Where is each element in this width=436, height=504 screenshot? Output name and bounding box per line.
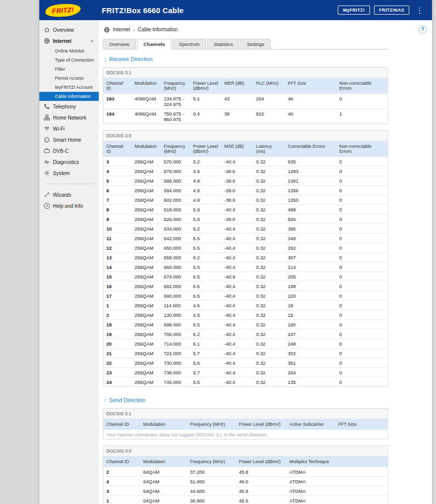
- table-cell: -40.4: [221, 253, 253, 262]
- sidebar-item-help-and-info[interactable]: ? Help and Info: [39, 200, 99, 211]
- table-cell: 256QAM: [132, 310, 161, 320]
- table-cell: 682.000: [161, 282, 190, 291]
- sidebar-subitem-myfritz-account[interactable]: MyFRITZ! Account: [39, 83, 99, 92]
- sidebar-item-system[interactable]: System: [39, 167, 99, 179]
- table-cell: 4: [103, 477, 140, 486]
- sidebar-item-diagnostics[interactable]: Diagnostics: [39, 156, 99, 167]
- sidebar-subitem-cable-information[interactable]: Cable Information: [39, 92, 99, 101]
- kebab-menu-icon[interactable]: ⋮: [413, 7, 426, 14]
- sidebar-subitem-permit-access[interactable]: Permit Access: [39, 74, 99, 83]
- table-row: 1934096QAM134.975 - 324.9755.1432644K0: [103, 94, 388, 109]
- table-cell: 0.32: [253, 368, 285, 377]
- table-cell: 730.000: [161, 358, 190, 368]
- breadcrumb-internet[interactable]: Internet: [113, 27, 130, 32]
- sidebar-item-telephony[interactable]: Telephony: [39, 101, 99, 112]
- tab-overview[interactable]: Overview: [103, 39, 136, 49]
- table-header-row: Channel IDModulationFrequency (MHz)Power…: [103, 457, 388, 467]
- sidebar-item-wifi[interactable]: Wi-Fi: [39, 123, 99, 134]
- table-cell: 37.200: [187, 467, 236, 477]
- fritz-logo[interactable]: FRITZ!: [45, 3, 81, 18]
- table-cell: 594.000: [161, 186, 190, 195]
- sidebar-item-dvbc[interactable]: DVB-C: [39, 145, 99, 156]
- tab-spectrum[interactable]: Spectrum: [172, 39, 206, 49]
- table-cell: 0: [336, 224, 388, 234]
- table-cell: 256QAM: [132, 272, 161, 282]
- table-cell: 602.000: [161, 195, 190, 205]
- table-row: 3256QAM570.0005.2-40.40.328350: [103, 157, 388, 166]
- column-header: FFT Size: [285, 78, 336, 94]
- table-cell: -40.4: [221, 339, 253, 349]
- table-cell: 256QAM: [132, 214, 161, 224]
- column-header: Latency (ms): [253, 141, 285, 157]
- sidebar-item-home-network[interactable]: Home Network: [39, 112, 99, 123]
- sidebar-item-label: Telephony: [53, 104, 76, 109]
- tab-settings[interactable]: Settings: [240, 39, 271, 49]
- table-cell: 256QAM: [132, 329, 161, 339]
- table-cell: 18: [103, 320, 132, 329]
- table-cell: 746.000: [161, 377, 190, 387]
- table-cell: 0.32: [253, 195, 285, 205]
- tab-channels[interactable]: Channels: [137, 39, 172, 49]
- table-cell: 256QAM: [132, 186, 161, 195]
- table-cell: 698.000: [161, 320, 190, 329]
- table-cell: 4.8: [190, 186, 221, 195]
- table-cell: -40.4: [221, 377, 253, 387]
- table-cell: 361: [285, 358, 336, 368]
- table-cell: 0.32: [253, 377, 285, 387]
- section-title: Receive Direction: [109, 56, 153, 62]
- table-cell: 0: [336, 282, 388, 291]
- breadcrumb-cable-information[interactable]: Cable Information: [138, 27, 178, 32]
- table-cell: -40.4: [221, 205, 253, 214]
- table-cell: 4: [103, 166, 132, 176]
- help-button[interactable]: ?: [418, 25, 427, 34]
- table-cell: 64QAM: [140, 477, 187, 486]
- table-cell: 0: [336, 262, 388, 272]
- table-cell: 0.32: [253, 186, 285, 195]
- table-cell: 51.000: [187, 477, 236, 486]
- table-cell: 0.32: [253, 272, 285, 282]
- table-cell: -40.4: [221, 224, 253, 234]
- table-cell: 11: [103, 234, 132, 243]
- sidebar-item-label: Overview: [53, 27, 74, 33]
- table-cell: 0.32: [253, 243, 285, 253]
- column-header: Non-correctable Errors: [336, 78, 388, 94]
- table-cell: 15: [103, 272, 132, 282]
- table-cell: 0.32: [253, 166, 285, 176]
- send-docsis31-group: DOCSIS 3.1 Channel IDModulationFrequency…: [103, 408, 388, 439]
- send-docsis31-table: Channel IDModulationFrequency (MHz)Power…: [103, 419, 388, 439]
- sidebar-item-wizards[interactable]: Wizards: [39, 189, 99, 200]
- sidebar-item-overview[interactable]: Overview: [39, 24, 99, 35]
- tab-statistics[interactable]: Statistics: [207, 39, 239, 49]
- column-header: Channel ID: [103, 457, 140, 467]
- table-cell: 0: [336, 291, 388, 301]
- sidebar-subitem-online-monitor[interactable]: Online Monitor: [39, 46, 99, 55]
- table-cell: 634.000: [161, 224, 190, 234]
- table-cell: 194: [103, 109, 132, 124]
- table-cell: 1283: [285, 166, 336, 176]
- myfritz-button[interactable]: MyFRITZ!: [338, 6, 369, 15]
- breadcrumb: Internet › Cable Information ?: [103, 23, 427, 39]
- table-cell: 247: [285, 329, 336, 339]
- table-cell: 256QAM: [132, 262, 161, 272]
- sidebar-subitem-type-of-connection[interactable]: Type of Connection: [39, 55, 99, 65]
- column-header: Multiplex Technique: [286, 457, 388, 467]
- table-cell: 835: [285, 157, 336, 166]
- sidebar-item-smart-home[interactable]: Smart Home: [39, 134, 99, 145]
- table-cell: 14: [103, 262, 132, 272]
- table-cell: 6.5: [190, 282, 221, 291]
- pulse-icon: [44, 159, 50, 165]
- table-cell: 256QAM: [132, 358, 161, 368]
- table-group-title: DOCSIS 3.0: [103, 446, 388, 457]
- outlet-icon: [44, 137, 50, 143]
- table-cell: ATDMA: [286, 496, 388, 504]
- table-cell: 666.000: [161, 262, 190, 272]
- table-cell: 45.5: [236, 496, 286, 504]
- sidebar-item-internet[interactable]: Internet: [39, 35, 99, 46]
- table-cell: 0: [336, 368, 388, 377]
- send-docsis30-table: Channel IDModulationFrequency (MHz)Power…: [103, 457, 388, 504]
- column-header: Power Level (dBmV): [190, 78, 221, 94]
- table-cell: 256QAM: [132, 166, 161, 176]
- sidebar-subitem-filter[interactable]: Filter: [39, 65, 99, 74]
- fritznas-button[interactable]: FRITZ!NAS: [374, 6, 409, 15]
- column-header: Non-correctable Errors: [336, 141, 388, 157]
